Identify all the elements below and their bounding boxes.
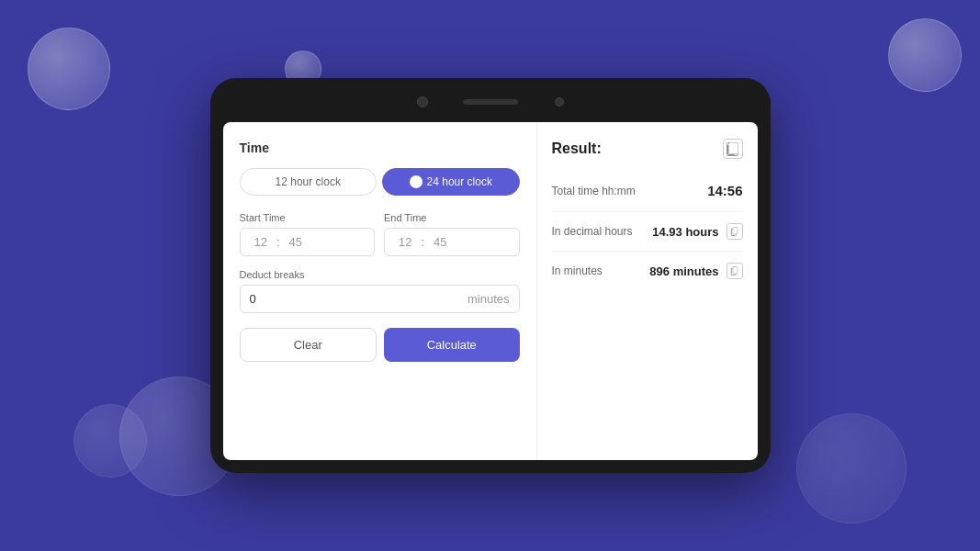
- end-time-hours: 12: [399, 235, 411, 249]
- tablet-frame: Time 12 hour clock 24 hour clock Start T…: [210, 78, 771, 473]
- end-time-input[interactable]: 12 : 45: [384, 228, 520, 256]
- deduct-breaks-section: Deduct breaks 0 minutes: [240, 269, 520, 313]
- result-header: Result:: [552, 139, 743, 159]
- tablet-camera: [417, 96, 428, 107]
- end-time-separator: :: [421, 235, 424, 249]
- start-time-minutes: 45: [289, 235, 302, 249]
- tablet-top-bar: [223, 91, 758, 113]
- 24-hour-clock-button[interactable]: 24 hour clock: [382, 168, 520, 196]
- end-time-group: End Time 12 : 45: [384, 212, 520, 256]
- clock-toggle: 12 hour clock 24 hour clock: [240, 168, 520, 196]
- svg-rect-1: [730, 143, 738, 153]
- decimal-hours-label: In decimal hours: [552, 225, 633, 238]
- svg-rect-0: [727, 145, 735, 155]
- tablet-speaker: [463, 99, 518, 105]
- deduct-breaks-unit: minutes: [467, 292, 510, 306]
- tablet-camera-right: [555, 97, 564, 107]
- decorative-bubble-5: [73, 404, 147, 478]
- start-time-hours: 12: [254, 235, 267, 249]
- time-inputs: Start Time 12 : 45 End Time 12 : 45: [240, 212, 520, 256]
- tablet-screen: Time 12 hour clock 24 hour clock Start T…: [223, 122, 758, 460]
- panel-title: Time: [240, 141, 520, 155]
- start-time-label: Start Time: [240, 212, 376, 223]
- minutes-right: 896 minutes: [649, 263, 742, 279]
- decimal-hours-right: 14.93 hours: [652, 223, 742, 240]
- decorative-bubble-1: [28, 28, 110, 110]
- total-time-value: 14:56: [707, 183, 742, 198]
- minutes-label: In minutes: [552, 264, 603, 277]
- action-buttons: Clear Calculate: [240, 328, 520, 362]
- deduct-breaks-value: 0: [250, 292, 256, 306]
- calculate-button[interactable]: Calculate: [384, 328, 520, 362]
- decorative-bubble-3: [888, 18, 962, 92]
- decorative-bubble-6: [796, 413, 907, 523]
- copy-all-icon[interactable]: [723, 139, 743, 159]
- result-row-total: Total time hh:mm 14:56: [552, 172, 743, 212]
- start-time-input[interactable]: 12 : 45: [240, 228, 376, 256]
- copy-minutes-icon[interactable]: [727, 263, 743, 279]
- total-time-label: Total time hh:mm: [552, 185, 636, 197]
- result-title: Result:: [552, 141, 602, 157]
- result-row-minutes: In minutes 896 minutes: [552, 252, 743, 290]
- clear-button[interactable]: Clear: [240, 328, 377, 362]
- start-time-group: Start Time 12 : 45: [240, 212, 376, 256]
- end-time-minutes: 45: [434, 235, 446, 249]
- start-time-separator: :: [276, 235, 280, 249]
- svg-rect-3: [732, 227, 737, 234]
- left-panel: Time 12 hour clock 24 hour clock Start T…: [223, 122, 537, 460]
- right-panel: Result: Total time hh:mm 14:56 In decima…: [537, 122, 758, 460]
- 12-hour-clock-button[interactable]: 12 hour clock: [240, 168, 377, 196]
- deduct-breaks-input[interactable]: 0 minutes: [240, 285, 520, 313]
- minutes-value: 896 minutes: [649, 264, 718, 278]
- deduct-breaks-label: Deduct breaks: [240, 269, 520, 280]
- svg-rect-5: [732, 266, 737, 274]
- decimal-hours-value: 14.93 hours: [652, 225, 718, 239]
- copy-decimal-icon[interactable]: [727, 223, 743, 240]
- end-time-label: End Time: [384, 212, 520, 223]
- result-row-decimal: In decimal hours 14.93 hours: [552, 212, 743, 252]
